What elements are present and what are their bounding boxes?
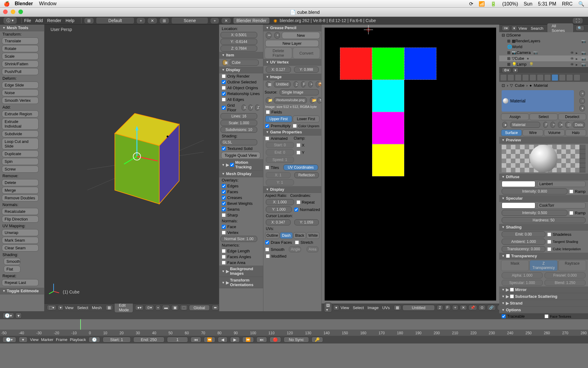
bg-images-header[interactable]: Background Images — [230, 266, 261, 276]
diffuse-color[interactable] — [502, 181, 535, 187]
mirror-header[interactable]: Mirror — [515, 287, 527, 292]
fields-check[interactable] — [266, 110, 270, 114]
sync-icon[interactable]: ⟳ — [469, 1, 473, 6]
game-props-header[interactable]: Game Properties — [263, 129, 321, 136]
all-origins-check[interactable] — [222, 86, 226, 90]
extrude-region-button[interactable]: Extrude Region — [2, 110, 39, 117]
material-name[interactable]: Material — [510, 122, 540, 128]
jump-end-icon[interactable]: ⏭ — [256, 337, 267, 343]
extrude-individual-button[interactable]: Extrude Individual — [2, 118, 39, 130]
transp-spec-value[interactable]: Specular: 1.000 — [502, 280, 543, 286]
particles-tab-icon[interactable] — [566, 74, 573, 81]
toggle-quad-button[interactable]: Toggle Quad View — [221, 152, 260, 159]
layout-add-icon[interactable]: + — [136, 17, 145, 24]
image-browse-icon[interactable]: ▦ — [266, 81, 271, 87]
timeline-playback-menu[interactable]: Playback — [70, 337, 86, 342]
mat-specials-icon[interactable]: ▾ — [579, 105, 585, 111]
only-render-check[interactable] — [222, 74, 226, 78]
mode-selector[interactable]: Edit Mode — [114, 302, 134, 313]
duplicate-button[interactable]: Duplicate — [2, 150, 39, 157]
clamp-y-check[interactable] — [296, 151, 300, 155]
play-icon[interactable]: ▶ — [230, 337, 240, 343]
uv-view-menu[interactable]: View — [341, 305, 349, 310]
face-normal-check[interactable] — [222, 225, 226, 229]
layout-browse-icon[interactable]: ⊞ — [84, 17, 94, 24]
uv-area-button[interactable]: Area — [307, 246, 318, 252]
outliner-cube[interactable]: ⊞ ▽ Cube●👁▸📷 — [499, 56, 588, 61]
outliner-lamp[interactable]: ⊞ 💡 Lamp💡👁▸📷 — [499, 61, 588, 67]
scene-add-icon[interactable]: + — [210, 17, 219, 24]
loc-x[interactable]: X: 0.5001 — [221, 32, 257, 38]
gp-add-icon[interactable]: + — [274, 32, 280, 39]
screw-button[interactable]: Screw — [2, 166, 39, 173]
shrink-fatten-button[interactable]: Shrink/Fatten — [2, 60, 39, 67]
uv-editor[interactable] — [325, 28, 496, 301]
keying-set-icon[interactable]: 🔑 — [311, 337, 323, 343]
diffuse-shader[interactable]: Lambert — [537, 181, 586, 187]
uv-vertex-header[interactable]: UV Vertex — [263, 59, 321, 66]
uv-image-menu[interactable]: Image — [368, 305, 379, 310]
outliner-renderlayers[interactable]: ⊞ ▦ RenderLayers📷 — [499, 38, 588, 44]
aspect-y[interactable]: Y: 1.000 — [266, 206, 292, 213]
grid-subdiv[interactable]: Subdivisions: 10 — [221, 127, 257, 133]
wifi-icon[interactable]: 📶 — [479, 1, 485, 6]
uv-image-name[interactable]: Untitled — [402, 305, 435, 311]
uv-angle-button[interactable]: Angle — [289, 246, 301, 252]
uv-image-fake-icon[interactable]: F — [444, 305, 451, 310]
animated-check[interactable] — [265, 136, 269, 140]
fresnel-value[interactable]: Fresnel: 0.000 — [545, 272, 586, 278]
back-to-prev-icon[interactable]: ⛶ — [572, 17, 583, 24]
zoom-icon[interactable] — [18, 10, 23, 14]
rel-lines-check[interactable] — [222, 92, 226, 96]
uv-face-red[interactable] — [340, 48, 372, 80]
shading-icon[interactable]: ●▾ — [135, 305, 143, 310]
delete-button[interactable]: Delete — [2, 179, 39, 186]
pivot-icon[interactable]: ⊙▾ — [145, 305, 154, 310]
timeline-cursor[interactable] — [80, 319, 81, 330]
physics-tab-icon[interactable] — [574, 74, 580, 81]
clock-day[interactable]: Sun — [524, 1, 532, 6]
texture-tab-icon[interactable] — [559, 74, 566, 81]
uv-image-users[interactable]: 2 — [437, 305, 443, 310]
timeline-expand-icon[interactable]: ▾ — [15, 312, 22, 319]
display-header[interactable]: Display — [219, 67, 263, 73]
view-menu[interactable]: View — [65, 305, 74, 310]
uv-outline-button[interactable]: Outline — [265, 232, 279, 239]
subdivide-button[interactable]: Subdivide — [2, 130, 39, 137]
preview-cube-icon[interactable] — [579, 154, 586, 159]
edge-sel-icon[interactable]: ▬ — [162, 305, 170, 310]
tiles-check[interactable] — [265, 166, 269, 170]
bevel-check[interactable] — [222, 201, 226, 205]
preview-monkey-icon[interactable] — [579, 159, 586, 163]
jump-start-icon[interactable]: ⏮ — [190, 337, 201, 343]
mat-add-icon[interactable]: + — [579, 90, 585, 97]
face-angles-check[interactable] — [222, 255, 226, 259]
outliner-search-menu[interactable]: Search — [531, 26, 543, 31]
sharp-check[interactable] — [222, 213, 226, 217]
props-editor-icon[interactable]: ⚙▾ — [502, 67, 511, 73]
push-pull-button[interactable]: Push/Pull — [2, 68, 39, 75]
draw-faces-check[interactable] — [265, 240, 269, 244]
uv-face-yellow[interactable] — [372, 144, 404, 176]
add-menu[interactable]: Add — [35, 18, 43, 23]
select-menu[interactable]: Select — [77, 305, 88, 310]
grid-scale[interactable]: Scale: 1.000 — [221, 120, 257, 126]
cubic-check[interactable] — [547, 247, 551, 251]
gp-pencil-icon[interactable]: ✏ — [266, 32, 271, 39]
gp-new-button[interactable]: New — [282, 32, 320, 39]
transform-orientation[interactable]: Global — [189, 305, 210, 311]
uv-smooth-check[interactable] — [265, 247, 269, 251]
grid-lines[interactable]: Lines: 16 — [221, 113, 257, 119]
outliner-world[interactable]: 🌐 World — [499, 44, 588, 50]
image-reload-icon[interactable]: ↻ — [317, 97, 322, 103]
assign-button[interactable]: Assign — [501, 113, 529, 120]
specular-ramp-check[interactable] — [569, 211, 573, 215]
aspect-x[interactable]: X: 1.000 — [266, 199, 294, 205]
translucency-value[interactable]: Translucency: 0.000 — [502, 246, 545, 252]
uv-x[interactable]: X: 0.127 — [266, 67, 291, 73]
timeline-track[interactable] — [0, 319, 588, 330]
specular-intensity[interactable]: Intensity: 0.500 — [502, 210, 567, 216]
all-edges-check[interactable] — [222, 98, 226, 102]
mark-seam-button[interactable]: Mark Seam — [2, 237, 39, 244]
3d-viewport[interactable]: User Persp — [44, 25, 219, 304]
